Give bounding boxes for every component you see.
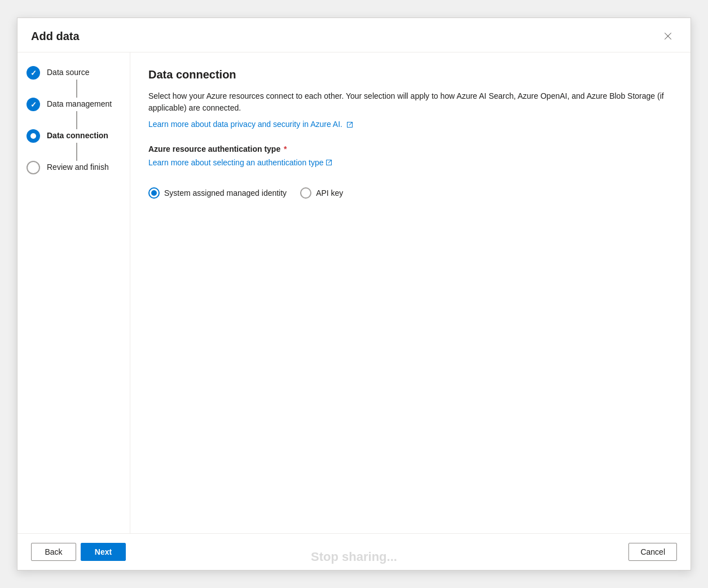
auth-label: Azure resource authentication type *: [148, 144, 672, 153]
learn-more-privacy-link[interactable]: Learn more about data privacy and securi…: [148, 120, 353, 129]
step-icon-review-finish: [27, 161, 40, 174]
description-text: Select how your Azure resources connect …: [148, 90, 672, 114]
section-title: Data connection: [148, 68, 672, 81]
step-data-connection[interactable]: Data connection: [27, 129, 121, 143]
dialog-body: ✓ Data source ✓ Data management: [17, 52, 691, 533]
step-icon-data-connection: [27, 129, 40, 143]
radio-option-api-key[interactable]: API key: [300, 187, 343, 199]
dialog-footer: Back Next Cancel: [17, 533, 691, 570]
step-label-review-finish: Review and finish: [47, 161, 109, 173]
dialog-title: Add data: [31, 30, 80, 43]
add-data-dialog: Add data ✓ Data source: [17, 17, 691, 571]
step-label-data-management: Data management: [47, 98, 112, 110]
step-label-data-connection: Data connection: [47, 129, 108, 142]
footer-left-buttons: Back Next: [31, 543, 126, 561]
dialog-header: Add data: [17, 18, 691, 52]
step-review-finish[interactable]: Review and finish: [27, 161, 121, 174]
step-connector-1: [76, 80, 77, 98]
step-connector-3: [76, 143, 77, 161]
external-link-icon-2: [326, 159, 332, 166]
external-link-icon: [346, 121, 353, 128]
radio-label-api-key: API key: [316, 188, 343, 198]
step-label-data-source: Data source: [47, 66, 89, 78]
main-content: Data connection Select how your Azure re…: [130, 52, 691, 533]
step-data-connection-wrapper: Data connection: [27, 129, 121, 161]
sidebar: ✓ Data source ✓ Data management: [17, 52, 130, 533]
close-button[interactable]: [659, 27, 677, 45]
close-icon: [663, 32, 672, 41]
radio-label-system-managed: System assigned managed identity: [164, 188, 287, 198]
auth-type-link-section: Learn more about selecting an authentica…: [148, 158, 672, 178]
step-data-management[interactable]: ✓ Data management: [27, 98, 121, 111]
active-dot-icon: [30, 133, 36, 139]
cancel-button[interactable]: Cancel: [628, 543, 677, 561]
step-icon-data-management: ✓: [27, 98, 40, 111]
next-button[interactable]: Next: [81, 543, 126, 561]
auth-radio-group: System assigned managed identity API key: [148, 187, 672, 199]
step-connector-2: [76, 111, 77, 129]
step-data-management-wrapper: ✓ Data management: [27, 98, 121, 129]
step-data-source-wrapper: ✓ Data source: [27, 66, 121, 98]
auth-type-learn-more-link[interactable]: Learn more about selecting an authentica…: [148, 158, 332, 167]
back-button[interactable]: Back: [31, 543, 76, 561]
radio-option-system-managed[interactable]: System assigned managed identity: [148, 187, 287, 199]
step-data-source[interactable]: ✓ Data source: [27, 66, 121, 80]
required-indicator: *: [284, 144, 287, 153]
svg-point-0: [30, 133, 36, 139]
radio-api-key[interactable]: [300, 187, 311, 199]
radio-system-managed[interactable]: [148, 187, 160, 199]
learn-more-section: Learn more about data privacy and securi…: [148, 120, 672, 129]
step-icon-data-source: ✓: [27, 66, 40, 80]
auth-section: Azure resource authentication type * Lea…: [148, 144, 672, 199]
